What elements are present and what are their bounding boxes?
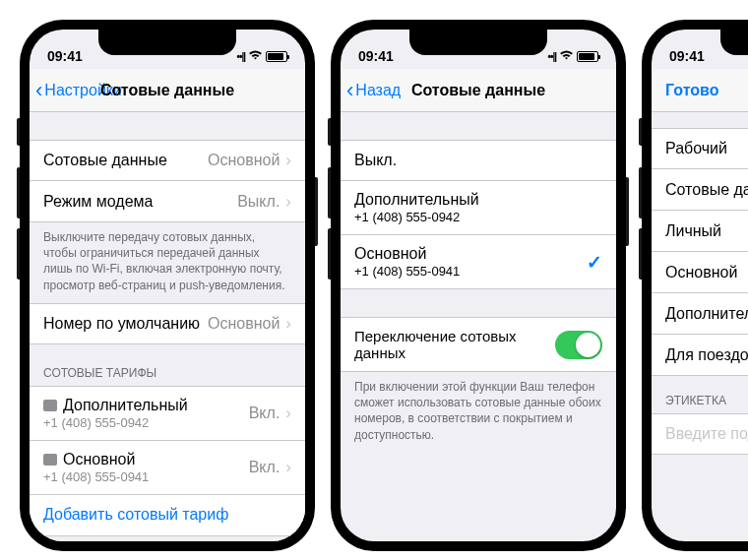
chevron-right-icon: › [285, 151, 291, 170]
chevron-left-icon: ‹ [35, 80, 42, 101]
label-option[interactable]: Дополнительный [652, 293, 748, 335]
label-text: Рабочий [665, 140, 727, 157]
footer-text: При включении этой функции Ваш телефон с… [341, 372, 616, 453]
plan-status: Вкл. [249, 459, 280, 476]
sim-icon [43, 400, 57, 411]
notch [409, 30, 547, 55]
label-option[interactable]: Для поездок [652, 335, 748, 376]
section-header-plans: СОТОВЫЕ ТАРИФЫ [30, 344, 305, 386]
label-text: Сотовые данные [665, 181, 748, 199]
nav-bar: ‹ Назад Сотовые данные [341, 69, 616, 112]
label-option[interactable]: Основной [652, 252, 748, 293]
plan-status: Вкл. [249, 404, 280, 422]
row-value: Основной [208, 315, 280, 333]
wifi-icon [559, 49, 574, 64]
phone-cellular-data-select: 09:41 ••|| ‹ Назад Сотовые данные Выкл. [331, 20, 626, 551]
back-button[interactable]: ‹ Настройки [30, 80, 122, 101]
phone-label-picker: 09:41 Готово +1 (40 Рабочий Сотовые данн… [642, 20, 748, 551]
back-button[interactable]: ‹ Назад [341, 80, 401, 101]
phone-cellular-settings: 09:41 ••|| ‹ Настройки Сотовые данные Со… [20, 20, 315, 551]
option-number: +1 (408) 555-0942 [354, 210, 479, 224]
chevron-left-icon: ‹ [346, 80, 353, 101]
sim-icon [43, 454, 57, 466]
chevron-right-icon: › [285, 404, 291, 423]
add-plan-row[interactable]: Добавить сотовый тариф [30, 495, 305, 536]
label-option[interactable]: Сотовые данные [652, 169, 748, 211]
signal-icon: ••|| [236, 51, 245, 62]
nav-bar: Готово +1 (40 [652, 69, 748, 112]
hotspot-row[interactable]: Режим модема Выкл.› [30, 181, 305, 222]
option-off-row[interactable]: Выкл. [341, 140, 616, 181]
row-value: Основной [208, 152, 280, 169]
row-label: Номер по умолчанию [43, 315, 200, 333]
option-number: +1 (408) 555-0941 [354, 264, 460, 279]
label-option[interactable]: Личный [652, 211, 748, 252]
plan-number: +1 (408) 555-0942 [43, 415, 188, 430]
switch-toggle[interactable] [555, 331, 602, 359]
custom-label-input-row[interactable]: Введите подпись [652, 413, 748, 455]
status-time: 09:41 [47, 48, 83, 64]
plan-row-secondary[interactable]: Дополнительный +1 (408) 555-0942 Вкл.› [30, 386, 305, 441]
cellular-data-row[interactable]: Сотовые данные Основной› [30, 140, 305, 181]
footer-text: Выключите передачу сотовых данных, чтобы… [30, 222, 305, 303]
done-button[interactable]: Готово [665, 82, 718, 99]
chevron-right-icon: › [285, 192, 291, 212]
option-label: Дополнительный [354, 191, 479, 209]
row-value: Выкл. [237, 193, 280, 211]
label-option[interactable]: Рабочий [652, 128, 748, 169]
option-label: Основной [354, 245, 460, 263]
switch-label: Переключение сотовых данных [354, 328, 555, 361]
plan-row-primary[interactable]: Основной +1 (408) 555-0941 Вкл.› [30, 441, 305, 495]
back-label: Назад [355, 82, 401, 99]
section-header-label: ЭТИКЕТКА [652, 376, 748, 413]
option-label: Выкл. [354, 152, 397, 169]
label-text: Личный [665, 222, 721, 240]
battery-icon [577, 51, 598, 62]
plan-number: +1 (408) 555-0941 [43, 469, 149, 484]
add-plan-label: Добавить сотовый тариф [43, 506, 228, 524]
cellular-data-switching-row[interactable]: Переключение сотовых данных [341, 317, 616, 372]
label-text: Для поездок [665, 346, 748, 364]
status-time: 09:41 [358, 48, 394, 64]
plan-label: Дополнительный [63, 397, 188, 413]
section-header-usage: СОТОВЫЕ ДАННЫЕ ДЛЯ ОСНОВНОЙ [30, 536, 305, 541]
battery-icon [266, 51, 287, 62]
option-secondary-row[interactable]: Дополнительный +1 (408) 555-0942 [341, 181, 616, 235]
label-text: Основной [665, 264, 737, 281]
default-number-row[interactable]: Номер по умолчанию Основной› [30, 303, 305, 344]
notch [98, 30, 236, 55]
status-time: 09:41 [669, 48, 705, 64]
option-primary-row[interactable]: Основной +1 (408) 555-0941 ✓ [341, 235, 616, 289]
row-label: Сотовые данные [43, 152, 167, 169]
signal-icon: ••|| [547, 51, 556, 62]
row-label: Режим модема [43, 193, 153, 211]
label-text: Дополнительный [665, 305, 748, 323]
nav-bar: ‹ Настройки Сотовые данные [30, 69, 305, 112]
back-label: Настройки [44, 82, 121, 99]
chevron-right-icon: › [285, 314, 291, 334]
plan-label: Основной [63, 451, 135, 467]
custom-label-placeholder: Введите подпись [665, 425, 748, 443]
checkmark-icon: ✓ [587, 251, 602, 274]
chevron-right-icon: › [285, 458, 291, 477]
wifi-icon [248, 49, 263, 64]
